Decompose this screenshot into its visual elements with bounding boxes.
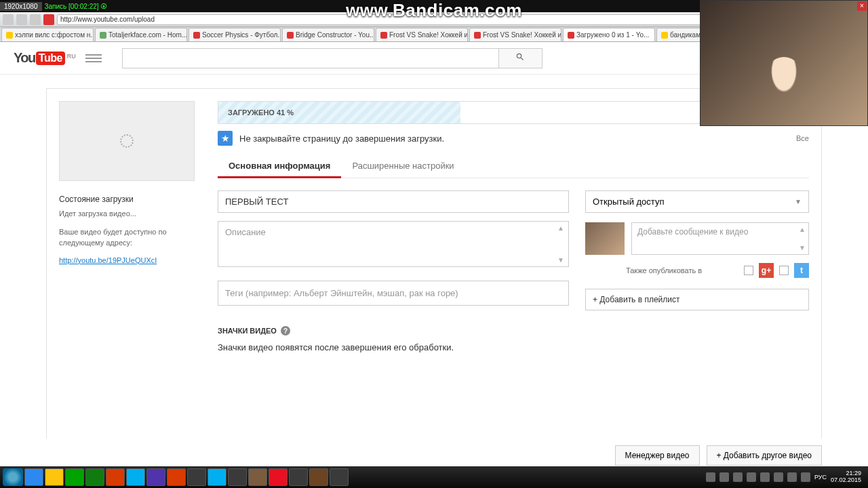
- bottom-button-row: Менеджер видео + Добавить другое видео: [0, 439, 868, 466]
- taskbar-app[interactable]: [228, 468, 247, 486]
- browser-tab[interactable]: хэлпи вилс с:фростом н...: [1, 28, 94, 41]
- taskbar-app[interactable]: [330, 468, 349, 486]
- tray-icon[interactable]: [719, 472, 729, 482]
- upload-status-text: Идет загрузка видео...: [59, 208, 201, 220]
- add-to-playlist-button[interactable]: + Добавить в плейлист: [585, 289, 809, 310]
- tray-icon[interactable]: [733, 472, 743, 482]
- upload-page: Состояние загрузки Идет загрузка видео..…: [0, 75, 868, 439]
- taskbar-app[interactable]: [65, 468, 84, 486]
- video-thumbnail-placeholder: [59, 101, 195, 181]
- browser-tab-active[interactable]: Загружено 0 из 1 - Yo...×: [563, 28, 655, 41]
- upload-status-heading: Состояние загрузки: [59, 195, 201, 204]
- yandex-favicon: [43, 14, 54, 25]
- add-another-video-button[interactable]: + Добавить другое видео: [707, 445, 822, 466]
- loading-spinner-icon: [120, 134, 134, 148]
- thumbnails-heading: ЗНАЧКИ ВИДЕО ?: [218, 326, 569, 336]
- chevron-up-icon: ▲: [797, 226, 807, 233]
- youtube-logo[interactable]: YouTubeRU: [14, 50, 76, 66]
- tray-icon[interactable]: [747, 472, 756, 482]
- tray-icon[interactable]: [774, 472, 783, 482]
- twitter-checkbox[interactable]: [779, 266, 789, 275]
- taskbar-app[interactable]: [126, 468, 145, 486]
- webcam-overlay: [700, 0, 868, 126]
- upload-status-text: Ваше видео будет доступно по следующему …: [59, 226, 201, 249]
- taskbar-app[interactable]: [106, 468, 125, 486]
- browser-tab[interactable]: Frost VS Snake! Хоккей и...: [469, 28, 561, 41]
- tab-advanced-settings[interactable]: Расширенные настройки: [341, 155, 465, 178]
- browser-tab[interactable]: Bridge Constructor - You...: [282, 28, 374, 41]
- notice-all-link[interactable]: Все: [796, 134, 809, 142]
- help-icon[interactable]: ?: [281, 326, 290, 336]
- taskbar-app[interactable]: [208, 468, 226, 486]
- search-form: [122, 48, 542, 68]
- taskbar-app[interactable]: [289, 468, 308, 486]
- search-icon: [515, 52, 525, 62]
- tray-language[interactable]: РУС: [814, 474, 827, 481]
- chevron-down-icon: ▼: [797, 244, 807, 251]
- star-icon: ★: [218, 131, 233, 146]
- guide-menu-button[interactable]: [85, 50, 102, 66]
- video-tags-input[interactable]: Теги (например: Альберт Эйнштейн, мэшап,…: [218, 281, 569, 306]
- browser-tab[interactable]: Soccer Physics - Футбол...: [189, 28, 281, 41]
- taskbar-app[interactable]: [269, 468, 288, 486]
- user-avatar: [585, 222, 625, 255]
- google-plus-icon: g+: [759, 263, 774, 278]
- tray-icon[interactable]: [760, 472, 770, 482]
- tray-icon[interactable]: [787, 472, 797, 482]
- share-message-input[interactable]: Добавьте сообщение к видео ▲▼: [631, 222, 809, 255]
- upload-card: Состояние загрузки Идет загрузка видео..…: [46, 88, 822, 439]
- reload-button[interactable]: [30, 14, 41, 25]
- browser-tab[interactable]: Frost VS Snake! Хоккей и...: [376, 28, 468, 41]
- chevron-down-icon: ▼: [556, 256, 566, 264]
- tray-icon[interactable]: [706, 472, 715, 482]
- windows-taskbar: РУС 21:2907.02.2015: [0, 466, 868, 488]
- upload-tabs: Основная информация Расширенные настройк…: [218, 155, 809, 178]
- video-description-input[interactable]: Описание ▲▼: [218, 221, 569, 267]
- thumbnails-info: Значки видео появятся после завершения е…: [218, 342, 569, 352]
- system-tray: РУС 21:2907.02.2015: [706, 470, 865, 484]
- bandicam-close-button[interactable]: ×: [857, 1, 867, 11]
- taskbar-app[interactable]: [309, 468, 328, 486]
- twitter-icon: t: [794, 263, 809, 278]
- taskbar-app[interactable]: [85, 468, 104, 486]
- progress-label: ЗАГРУЖЕНО 41 %: [218, 108, 294, 117]
- browser-tab[interactable]: Totaljerkface.com - Hom...: [95, 28, 187, 41]
- taskbar-app[interactable]: [45, 468, 64, 486]
- chevron-down-icon: ▼: [795, 198, 802, 205]
- bandicam-resolution: 1920x1080: [0, 2, 42, 11]
- video-title-input[interactable]: [218, 190, 569, 213]
- upload-notice: ★ Не закрывайте страницу до завершения з…: [218, 131, 809, 146]
- taskbar-app[interactable]: [24, 468, 43, 486]
- start-button[interactable]: [3, 468, 23, 486]
- video-manager-button[interactable]: Менеджер видео: [615, 445, 700, 466]
- search-button[interactable]: [499, 48, 542, 68]
- bandicam-rec-label: Запись [00:02:22] ⦿: [45, 3, 108, 10]
- google-plus-checkbox[interactable]: [744, 266, 753, 275]
- search-input[interactable]: [122, 48, 499, 68]
- left-column: Состояние загрузки Идет загрузка видео..…: [59, 101, 201, 428]
- notice-text: Не закрывайте страницу до завершения заг…: [239, 134, 444, 144]
- privacy-dropdown[interactable]: Открытый доступ▼: [585, 190, 809, 213]
- taskbar-app[interactable]: [167, 468, 186, 486]
- system-clock[interactable]: 21:2907.02.2015: [831, 470, 861, 484]
- bandicam-watermark: www.Bandicam.com: [346, 0, 522, 21]
- forward-button[interactable]: [16, 14, 27, 25]
- taskbar-app[interactable]: [146, 468, 165, 486]
- tray-icon[interactable]: [801, 472, 810, 482]
- main-column: ЗАГРУЖЕНО 41 % Осталось 2 минуты. × ★ Не…: [218, 101, 809, 428]
- taskbar-app[interactable]: [187, 468, 206, 486]
- video-url-link[interactable]: http://youtu.be/19PJUeQUXcI: [59, 256, 157, 264]
- taskbar-app[interactable]: [248, 468, 267, 486]
- also-publish-label: Также опубликовать в: [626, 266, 702, 274]
- chevron-up-icon: ▲: [556, 224, 566, 232]
- tab-basic-info[interactable]: Основная информация: [218, 155, 341, 178]
- back-button[interactable]: [3, 14, 14, 25]
